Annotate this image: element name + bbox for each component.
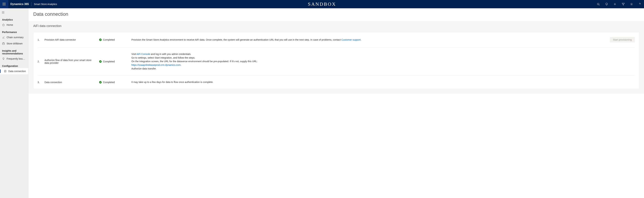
brand-separator [31,2,32,6]
sidebar-item-frequently-bought[interactable]: Frequently bought t... [0,56,28,62]
home-icon [2,23,5,26]
sidebar-item-chain-summary[interactable]: Chain summary [0,34,28,40]
page-title: Data connection [33,11,639,17]
waffle-icon [3,3,6,5]
question-icon [638,3,641,5]
sidebar-item-store-drilldown[interactable]: Store drilldown [0,40,28,47]
app-name[interactable]: Smart Store Analytics [34,3,57,5]
customer-support-link[interactable]: Customer support [341,38,360,41]
status-text: Completed [103,38,115,41]
sidebar-item-label: Store drilldown [6,42,23,45]
settings-button[interactable] [628,0,636,8]
sidebar-section-analytics: Analytics [0,15,28,22]
check-icon [99,38,102,41]
check-icon [99,60,102,63]
sidebar-section-insights: Insights and recommendations [0,47,28,56]
aifi-console-link[interactable]: AiFi Console [136,53,150,55]
sidebar-section-performance: Performance [0,28,28,34]
step-description: Visit AiFi Console and log in with you a… [131,52,604,70]
environment-label: SANDBOX [308,1,336,7]
plus-icon [614,3,616,5]
step-status: Completed [99,60,128,63]
step-number: 3. [38,81,42,84]
step-number: 2. [38,60,42,63]
section-title: AiFi data connection [33,24,639,28]
sidebar-item-data-connection[interactable]: Data connection [0,68,28,74]
step-status: Completed [99,38,128,41]
step-row-1: 1. Provision AiFi data connector Complet… [38,32,635,47]
store-icon [2,42,5,45]
start-provisioning-button: Start provisioning [610,37,635,42]
help-button[interactable] [636,0,644,8]
sidebar-item-label: Data connection [8,70,26,73]
svg-point-1 [631,4,632,4]
lightbulb-icon [2,57,5,60]
sidebar-item-home[interactable]: Home [0,22,28,28]
step-status: Completed [99,81,128,84]
filter-icon [622,3,624,5]
step-description: It may take up to a few days for data to… [131,80,604,84]
step-name: Provision AiFi data connector [44,38,96,41]
svg-rect-2 [2,43,4,45]
app-launcher[interactable] [0,0,8,8]
steps-card: 1. Provision AiFi data connector Complet… [33,32,639,89]
search-button[interactable] [594,0,602,8]
filter-button[interactable] [619,0,628,8]
dataverse-url-link[interactable]: https://ssaaprilreleaseprod.crm.dynamics… [131,64,181,66]
step-row-2: 2. Authorize flow of data from your smar… [38,47,635,75]
svg-point-3 [4,70,6,71]
svg-point-0 [597,3,599,5]
sidebar-section-configuration: Configuration [0,62,28,68]
status-text: Completed [103,60,115,63]
hamburger-icon [2,11,4,14]
step-number: 1. [38,38,42,41]
step-row-3: 3. Data connection Completed It may take… [38,75,635,89]
step-name: Data connection [44,81,96,84]
sidebar-item-label: Home [6,23,13,26]
main-content: Data connection AiFi data connection 1. … [28,8,644,198]
top-bar: Dynamics 365 Smart Store Analytics SANDB… [0,0,644,8]
check-icon [99,81,102,83]
lightbulb-icon [605,3,608,5]
brand-label: Dynamics 365 [10,2,29,6]
search-icon [597,3,600,5]
data-connection-icon [4,70,6,73]
insights-button[interactable] [602,0,611,8]
gear-icon [630,3,633,5]
sidebar: Analytics Home Performance Chain summary… [0,8,28,198]
sidebar-toggle[interactable] [0,9,28,15]
step-description: Provision the Smart Store Analytics envi… [131,38,604,42]
sidebar-item-label: Frequently bought t... [6,57,26,60]
step-name: Authorize flow of data from your smart s… [44,59,96,64]
chart-icon [2,36,5,39]
status-text: Completed [103,81,115,84]
sidebar-item-label: Chain summary [6,36,24,39]
add-button[interactable] [611,0,619,8]
